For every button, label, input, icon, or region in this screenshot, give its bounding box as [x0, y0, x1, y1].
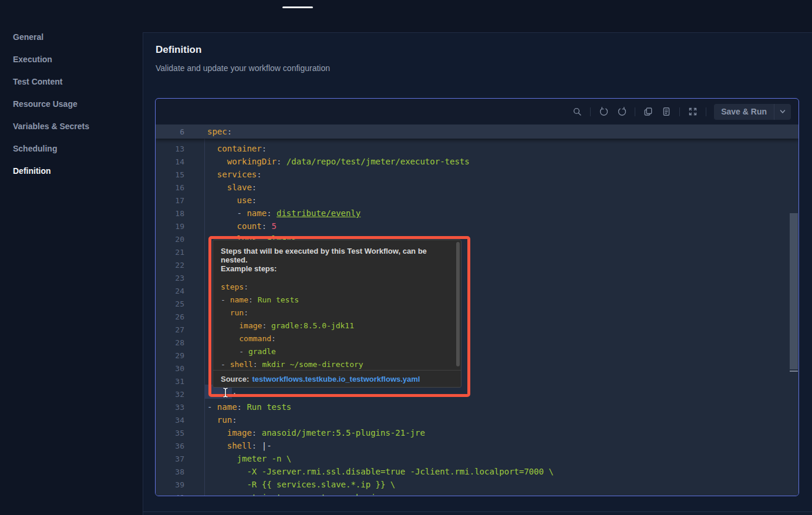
- code-line[interactable]: 19count: 5: [156, 220, 798, 233]
- tooltip-code-line: - gradle: [221, 345, 452, 358]
- code-line-text: spec:: [207, 127, 232, 136]
- code-line-text: -R {{ services.slave.*.ip }} \: [207, 480, 395, 489]
- line-number: 39: [156, 480, 184, 489]
- line-number: 37: [156, 455, 184, 463]
- code-line-text: workingDir: /data/repo/test/jmeter/execu…: [207, 157, 470, 166]
- hover-tooltip: Steps that will be executed by this Test…: [213, 240, 461, 388]
- code-line[interactable]: 13container:: [156, 142, 798, 155]
- code-line-text: jmeter -n \: [207, 454, 291, 463]
- line-number: 22: [156, 261, 184, 270]
- code-line-text: - name: distribute/evenly: [207, 208, 360, 218]
- tooltip-code-line: image: gradle:8.5.0-jdk11: [221, 319, 452, 332]
- line-number: 26: [156, 312, 184, 321]
- code-line-text: container:: [207, 144, 267, 153]
- tooltip-source-link[interactable]: testworkflows.testkube.io_testworkflows.…: [252, 375, 420, 383]
- code-line-text: use:: [207, 196, 257, 205]
- tooltip-code-line: - name: Run tests: [221, 293, 452, 306]
- sidebar-item-execution[interactable]: Execution: [0, 48, 143, 70]
- line-number: 14: [156, 157, 184, 166]
- line-number: 40: [156, 493, 184, 496]
- code-line[interactable]: 36shell: |-: [156, 439, 798, 452]
- line-number: 28: [156, 338, 184, 347]
- yaml-link[interactable]: distribute/evenly: [277, 208, 360, 218]
- line-number: 38: [156, 467, 184, 476]
- code-line[interactable]: 16slave:: [156, 181, 798, 194]
- code-line[interactable]: 35image: anasoid/jmeter:5.5-plugins-21-j…: [156, 426, 798, 439]
- line-number: 17: [156, 196, 184, 205]
- code-line-text: - shell: mkdir ~/some-directory: [221, 360, 363, 369]
- toolbar-divider: [706, 107, 706, 116]
- code-line-text: steps:: [221, 282, 248, 291]
- section-divider: [143, 511, 812, 512]
- tooltip-code-line: - shell: mkdir ~/some-directory: [221, 358, 452, 371]
- chevron-down-icon[interactable]: [774, 108, 791, 115]
- undo-icon[interactable]: [598, 106, 609, 117]
- sidebar-item-test-content[interactable]: Test Content: [0, 70, 143, 93]
- editor-scrollbar-thumb[interactable]: [790, 213, 798, 369]
- sticky-scroll-line: 6spec:: [156, 124, 798, 139]
- code-line-text: run:: [221, 308, 248, 317]
- tooltip-code-line: run:: [221, 306, 452, 319]
- page-title: Definition: [156, 44, 201, 56]
- code-line[interactable]: 33- name: Run tests: [156, 400, 798, 413]
- save-and-run-button[interactable]: Save & Run: [714, 104, 791, 120]
- tooltip-code-line: steps:: [221, 280, 452, 293]
- page-subtitle: Validate and update your workflow config…: [156, 63, 330, 73]
- toolbar-divider: [590, 107, 591, 116]
- code-line[interactable]: 18- name: distribute/evenly: [156, 207, 798, 220]
- line-number: 33: [156, 403, 184, 412]
- code-line[interactable]: 39-R {{ services.slave.*.ip }} \: [156, 478, 798, 491]
- code-line[interactable]: 15services:: [156, 168, 798, 181]
- tooltip-source-label: Source:: [221, 375, 249, 383]
- toolbar-divider: [635, 107, 635, 116]
- copy-icon[interactable]: [643, 106, 653, 117]
- code-line[interactable]: 40-t jmeter-executor-smoke.jmx: [156, 491, 798, 496]
- expand-icon[interactable]: [688, 106, 698, 117]
- code-line[interactable]: 37jmeter -n \: [156, 452, 798, 465]
- line-number: 29: [156, 351, 184, 360]
- code-line[interactable]: 14workingDir: /data/repo/test/jmeter/exe…: [156, 155, 798, 168]
- code-line[interactable]: 32steps:: [156, 388, 798, 400]
- sidebar-item-resource-usage[interactable]: Resource Usage: [0, 93, 143, 115]
- tooltip-example-label: Example steps:: [221, 264, 277, 273]
- line-number: 25: [156, 299, 184, 308]
- code-line-text: count: 5: [207, 221, 277, 231]
- line-number: 30: [156, 364, 184, 373]
- code-line[interactable]: 34run:: [156, 413, 798, 426]
- code-line-text: image: anasoid/jmeter:5.5-plugins-21-jre: [207, 428, 425, 437]
- editor-toolbar: Save & Run: [156, 99, 798, 124]
- sidebar-item-definition[interactable]: Definition: [0, 160, 143, 182]
- line-number: 13: [156, 144, 184, 153]
- code-line[interactable]: 38-X -Jserver.rmi.ssl.disable=true -Jcli…: [156, 465, 798, 478]
- toolbar-divider: [679, 107, 680, 116]
- line-number: 35: [156, 429, 184, 437]
- line-number: 6: [156, 127, 184, 136]
- line-number: 20: [156, 235, 184, 244]
- code-line-text: image: gradle:8.5.0-jdk11: [221, 321, 354, 330]
- line-number: 27: [156, 325, 184, 334]
- sidebar-item-scheduling[interactable]: Scheduling: [0, 137, 143, 160]
- code-line-text: -X -Jserver.rmi.ssl.disable=true -Jclien…: [207, 467, 554, 476]
- tooltip-code-block: steps:- name: Run testsrun:image: gradle…: [221, 280, 452, 371]
- tooltip-heading: Steps that will be executed by this Test…: [221, 247, 449, 264]
- save-and-run-label: Save & Run: [714, 107, 774, 116]
- line-number: 32: [156, 390, 184, 399]
- line-number: 16: [156, 183, 184, 192]
- sidebar-item-variables-secrets[interactable]: Variables & Secrets: [0, 115, 143, 137]
- line-number: 24: [156, 287, 184, 295]
- redo-icon[interactable]: [616, 106, 627, 117]
- settings-sidebar: General Execution Test Content Resource …: [0, 26, 143, 182]
- tooltip-scrollbar-thumb[interactable]: [456, 242, 460, 366]
- tooltip-code-line: command:: [221, 332, 452, 345]
- line-number: 18: [156, 209, 184, 218]
- code-line[interactable]: 17use:: [156, 194, 798, 207]
- code-line-text: shell: |-: [207, 441, 272, 450]
- paste-document-icon[interactable]: [661, 106, 672, 117]
- scrollbar-cursor-marker: [790, 371, 798, 372]
- search-icon[interactable]: [572, 106, 582, 117]
- sidebar-item-general[interactable]: General: [0, 26, 143, 48]
- code-line-text: - name: Run tests: [221, 295, 299, 304]
- code-line-text: slave:: [207, 183, 257, 192]
- line-number: 21: [156, 248, 184, 257]
- line-number: 19: [156, 222, 184, 231]
